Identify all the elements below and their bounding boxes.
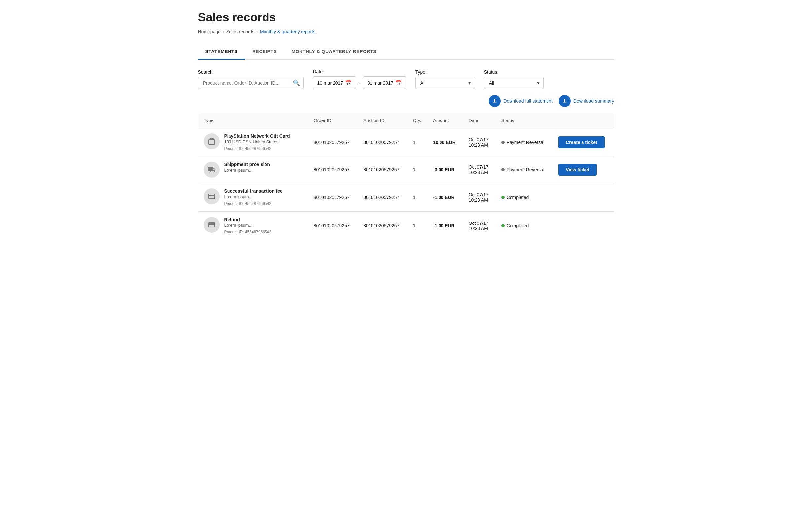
auction-id-2: 80101020579257: [358, 183, 408, 212]
tab-receipts[interactable]: RECEIPTS: [245, 44, 284, 60]
auction-id-1: 80101020579257: [358, 156, 408, 183]
col-action: [553, 113, 614, 128]
col-amount: Amount: [428, 113, 463, 128]
product-id: Product ID: 456487956542: [224, 230, 271, 234]
create-ticket-button[interactable]: Create a ticket: [558, 137, 605, 148]
page-title: Sales records: [198, 10, 614, 24]
status-0: Payment Reversal: [496, 128, 553, 156]
table-row: Successful transaction fee Lorem ipsum..…: [198, 183, 614, 212]
download-full-statement-button[interactable]: Download full statement: [489, 95, 552, 107]
type-icon-2: [204, 188, 220, 204]
type-name-2: Successful transaction fee: [224, 188, 283, 194]
table-row: Refund Lorem ipsum... Product ID: 456487…: [198, 212, 614, 240]
action-cell-1: View ticket: [553, 156, 614, 183]
date-filter: Date: 10 mar 2017 📅 - 31 mar 2017 📅: [313, 69, 406, 89]
status-label: Status:: [484, 69, 544, 74]
type-select[interactable]: All Payment Refund Fee: [415, 77, 475, 89]
type-sub-3: Lorem ipsum...: [224, 223, 271, 228]
date-label: Date:: [313, 69, 406, 74]
col-order-id: Order ID: [309, 113, 358, 128]
order-id-0: 80101020579257: [309, 128, 358, 156]
qty-1: 1: [408, 156, 428, 183]
view-ticket-button[interactable]: View ticket: [558, 164, 597, 176]
actions-row: Download full statement Download summary: [198, 95, 614, 107]
amount-0: 10.00 EUR: [428, 128, 463, 156]
date-from-value: 10 mar 2017: [317, 80, 343, 86]
download-summary-icon: [559, 95, 571, 107]
type-cell-0: PlayStation Network Gift Card 100 USD PS…: [198, 128, 309, 156]
search-input[interactable]: [198, 77, 304, 89]
breadcrumb: Homepage › Seles records › Monthly & qua…: [198, 29, 614, 34]
status-3: Completed: [496, 212, 553, 240]
type-sub-0: 100 USD PSN United States: [224, 139, 290, 144]
status-select[interactable]: All Completed Payment Reversal Pending: [484, 77, 544, 89]
date-range-wrap: 10 mar 2017 📅 - 31 mar 2017 📅: [313, 76, 406, 89]
amount-1: -3.00 EUR: [428, 156, 463, 183]
auction-id-0: 80101020579257: [358, 128, 408, 156]
col-date: Date: [463, 113, 496, 128]
type-info-1: Shippment provision Lorem ipsum...: [224, 162, 270, 173]
amount-2: -1.00 EUR: [428, 183, 463, 212]
amount-3: -1.00 EUR: [428, 212, 463, 240]
table-body: PlayStation Network Gift Card 100 USD PS…: [198, 128, 614, 240]
date-to-input[interactable]: 31 mar 2017 📅: [363, 76, 406, 89]
type-cell-2: Successful transaction fee Lorem ipsum..…: [198, 183, 309, 212]
tab-statements[interactable]: STATEMENTS: [198, 44, 245, 60]
action-cell-3: [553, 212, 614, 240]
qty-0: 1: [408, 128, 428, 156]
search-filter: Search 🔍: [198, 69, 304, 89]
download-full-statement-label: Download full statement: [503, 98, 552, 104]
breadcrumb-sales-records[interactable]: Seles records: [226, 29, 255, 34]
download-summary-button[interactable]: Download summary: [559, 95, 614, 107]
type-icon-0: [204, 133, 220, 149]
date-from-input[interactable]: 10 mar 2017 📅: [313, 76, 356, 89]
col-qty: Qty.: [408, 113, 428, 128]
tabs-container: STATEMENTS RECEIPTS MONTHLY & QUARTERLY …: [198, 44, 614, 60]
type-select-wrap: All Payment Refund Fee ▾: [415, 77, 475, 89]
status-select-wrap: All Completed Payment Reversal Pending ▾: [484, 77, 544, 89]
status-filter: Status: All Completed Payment Reversal P…: [484, 69, 544, 89]
records-table: Type Order ID Auction ID Qty. Amount Dat…: [198, 113, 614, 240]
breadcrumb-monthly[interactable]: Monthly & quarterly reports: [260, 29, 315, 34]
product-id: Product ID: 456487956542: [224, 146, 290, 151]
type-filter: Type: All Payment Refund Fee ▾: [415, 69, 475, 89]
calendar-from-icon: 📅: [345, 80, 352, 86]
filters-row: Search 🔍 Date: 10 mar 2017 📅 - 31 mar 20…: [198, 69, 614, 89]
type-sub-2: Lorem ipsum...: [224, 194, 283, 200]
table-header: Type Order ID Auction ID Qty. Amount Dat…: [198, 113, 614, 128]
date-1: Oct 07/1710:23 AM: [463, 156, 496, 183]
status-dot-2: [501, 196, 504, 199]
qty-2: 1: [408, 183, 428, 212]
date-to-value: 31 mar 2017: [367, 80, 393, 86]
page-container: Sales records Homepage › Seles records ›…: [185, 0, 628, 250]
order-id-1: 80101020579257: [309, 156, 358, 183]
order-id-3: 80101020579257: [309, 212, 358, 240]
type-label: Type:: [415, 69, 475, 74]
download-full-statement-icon: [489, 95, 501, 107]
product-id: Product ID: 456487956542: [224, 201, 283, 206]
status-label-3: Completed: [506, 223, 529, 229]
status-dot-1: [501, 168, 504, 171]
type-cell-3: Refund Lorem ipsum... Product ID: 456487…: [198, 212, 309, 240]
date-3: Oct 07/1710:23 AM: [463, 212, 496, 240]
type-name-3: Refund: [224, 217, 271, 222]
calendar-to-icon: 📅: [395, 80, 402, 86]
status-dot-3: [501, 224, 504, 228]
search-icon: 🔍: [293, 79, 300, 87]
table-row: PlayStation Network Gift Card 100 USD PS…: [198, 128, 614, 156]
breadcrumb-homepage[interactable]: Homepage: [198, 29, 221, 34]
tab-monthly-quarterly[interactable]: MONTHLY & QUARTERLY REPORTS: [284, 44, 384, 60]
action-cell-0: Create a ticket: [553, 128, 614, 156]
download-summary-label: Download summary: [573, 98, 614, 104]
search-label: Search: [198, 69, 304, 74]
col-type: Type: [198, 113, 309, 128]
order-id-2: 80101020579257: [309, 183, 358, 212]
qty-3: 1: [408, 212, 428, 240]
status-label-1: Payment Reversal: [506, 167, 544, 172]
search-wrap: 🔍: [198, 77, 304, 89]
type-name-0: PlayStation Network Gift Card: [224, 133, 290, 139]
type-sub-1: Lorem ipsum...: [224, 168, 270, 173]
date-0: Oct 07/1710:23 AM: [463, 128, 496, 156]
type-info-0: PlayStation Network Gift Card 100 USD PS…: [224, 133, 290, 151]
status-dot-0: [501, 141, 504, 144]
